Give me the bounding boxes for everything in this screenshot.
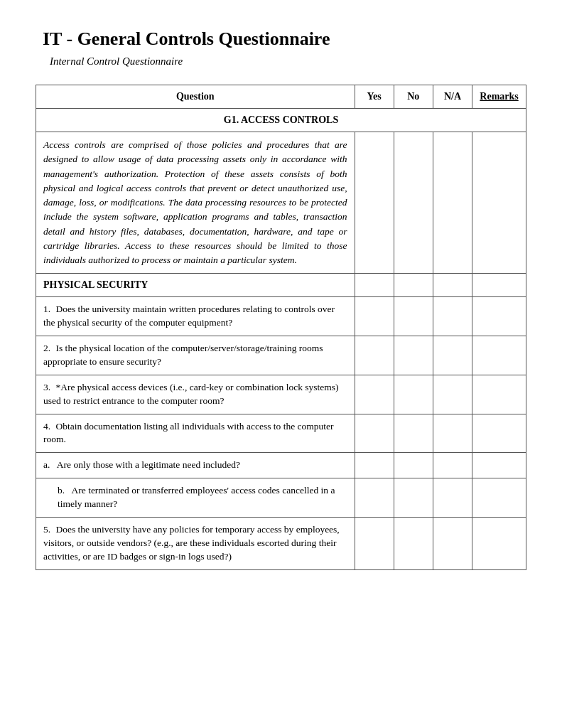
q4-remarks-cell xyxy=(472,414,526,453)
phys-yes-cell xyxy=(355,274,394,297)
header-no: No xyxy=(394,85,433,109)
q1-na-cell xyxy=(433,297,472,336)
q1-yes-cell xyxy=(355,297,394,336)
sub-question-b-text: Are terminated or transferred employees'… xyxy=(58,485,335,509)
header-question: Question xyxy=(36,85,355,109)
q4-na-cell xyxy=(433,414,472,453)
desc-yes-cell xyxy=(355,132,394,274)
question-row-2: 2. Is the physical location of the compu… xyxy=(36,336,526,375)
sub-question-a-label: a. xyxy=(43,459,50,470)
q1-no-cell xyxy=(394,297,433,336)
question-5-cell: 5. Does the university have any policies… xyxy=(36,518,355,570)
q3-no-cell xyxy=(394,375,433,414)
sub-question-row-a: a. Are only those with a legitimate need… xyxy=(36,453,526,478)
qb-yes-cell xyxy=(355,478,394,518)
page-title: IT - General Controls Questionnaire xyxy=(43,28,526,50)
physical-security-header-row: PHYSICAL SECURITY xyxy=(36,274,526,297)
qa-na-cell xyxy=(433,453,472,478)
qb-remarks-cell xyxy=(472,478,526,518)
question-row-1: 1. Does the university maintain written … xyxy=(36,297,526,336)
qa-no-cell xyxy=(394,453,433,478)
question-2-text: Is the physical location of the computer… xyxy=(43,343,323,367)
section-header-row: G1. ACCESS CONTROLS xyxy=(36,109,526,132)
question-5-number: 5. xyxy=(43,524,50,535)
qa-yes-cell xyxy=(355,453,394,478)
q5-na-cell xyxy=(433,518,472,570)
question-2-cell: 2. Is the physical location of the compu… xyxy=(36,336,355,375)
desc-no-cell xyxy=(394,132,433,274)
question-row-4: 4. Obtain documentation listing all indi… xyxy=(36,414,526,453)
desc-remarks-cell xyxy=(472,132,526,274)
question-4-number: 4. xyxy=(43,421,50,432)
question-row-3: 3. *Are physical access devices (i.e., c… xyxy=(36,375,526,414)
q3-remarks-cell xyxy=(472,375,526,414)
q5-remarks-cell xyxy=(472,518,526,570)
sub-question-a-cell: a. Are only those with a legitimate need… xyxy=(36,453,355,478)
q3-yes-cell xyxy=(355,375,394,414)
qb-no-cell xyxy=(394,478,433,518)
q4-yes-cell xyxy=(355,414,394,453)
q5-yes-cell xyxy=(355,518,394,570)
physical-security-header-cell: PHYSICAL SECURITY xyxy=(36,274,355,297)
sub-question-b-label: b. xyxy=(58,485,65,496)
qa-remarks-cell xyxy=(472,453,526,478)
phys-na-cell xyxy=(433,274,472,297)
q1-remarks-cell xyxy=(472,297,526,336)
question-4-text: Obtain documentation listing all individ… xyxy=(43,421,334,445)
q2-na-cell xyxy=(433,336,472,375)
section-header-cell: G1. ACCESS CONTROLS xyxy=(36,109,526,132)
q5-no-cell xyxy=(394,518,433,570)
q4-no-cell xyxy=(394,414,433,453)
desc-na-cell xyxy=(433,132,472,274)
header-yes: Yes xyxy=(355,85,394,109)
qb-na-cell xyxy=(433,478,472,518)
q2-remarks-cell xyxy=(472,336,526,375)
question-1-text: Does the university maintain written pro… xyxy=(43,304,335,328)
q3-na-cell xyxy=(433,375,472,414)
question-3-text: *Are physical access devices (i.e., card… xyxy=(43,382,339,406)
description-cell: Access controls are comprised of those p… xyxy=(36,132,355,274)
header-remarks: Remarks xyxy=(472,85,526,109)
question-1-cell: 1. Does the university maintain written … xyxy=(36,297,355,336)
phys-no-cell xyxy=(394,274,433,297)
sub-question-a-text: Are only those with a legitimate need in… xyxy=(57,459,240,470)
questionnaire-table: Question Yes No N/A Remarks G1. ACCESS C… xyxy=(36,85,526,570)
question-3-cell: 3. *Are physical access devices (i.e., c… xyxy=(36,375,355,414)
description-row: Access controls are comprised of those p… xyxy=(36,132,526,274)
sub-question-row-b: b. Are terminated or transferred employe… xyxy=(36,478,526,518)
question-1-number: 1. xyxy=(43,304,50,314)
table-header-row: Question Yes No N/A Remarks xyxy=(36,85,526,109)
question-2-number: 2. xyxy=(43,343,50,353)
question-5-text: Does the university have any policies fo… xyxy=(43,524,340,562)
phys-remarks-cell xyxy=(472,274,526,297)
sub-question-b-cell: b. Are terminated or transferred employe… xyxy=(36,478,355,518)
question-3-number: 3. xyxy=(43,382,50,392)
q2-no-cell xyxy=(394,336,433,375)
subtitle: Internal Control Questionnaire xyxy=(50,55,526,68)
question-row-5: 5. Does the university have any policies… xyxy=(36,518,526,570)
question-4-cell: 4. Obtain documentation listing all indi… xyxy=(36,414,355,453)
header-na: N/A xyxy=(433,85,472,109)
q2-yes-cell xyxy=(355,336,394,375)
